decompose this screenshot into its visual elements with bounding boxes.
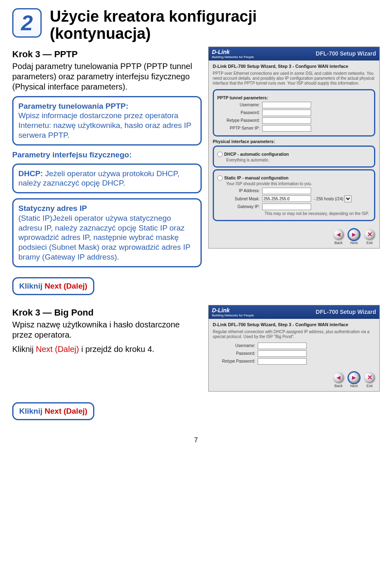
wizard1-static-group: Static IP - manual configuration Your IS… bbox=[213, 169, 375, 221]
wizard1-step-title: D-Link DFL-700 Setup Wizard, Step 3 - Co… bbox=[213, 64, 375, 69]
page-number: 7 bbox=[12, 437, 380, 444]
wizard1-dhcp-group: DHCP - automatic configuration Everythin… bbox=[213, 146, 375, 168]
ip-address-label: IP Address: bbox=[217, 188, 262, 193]
ip-address-input[interactable] bbox=[262, 188, 311, 194]
wizard2-back-button[interactable]: ◄ Back bbox=[332, 372, 345, 388]
gateway-input[interactable] bbox=[262, 204, 311, 210]
username-label-2: Username: bbox=[213, 343, 258, 348]
back-arrow-icon: ◄ bbox=[333, 229, 344, 240]
wizard1-gateway-row: Gateway IP: bbox=[217, 204, 371, 210]
step-number-badge: 2 bbox=[12, 8, 42, 38]
bigpond-line2-pre: Kliknij bbox=[12, 345, 36, 354]
password-label-2: Password: bbox=[213, 351, 258, 356]
callout-pptp-bold: Parametry tunelowania PPTP: bbox=[18, 102, 128, 110]
wizard1-banner: DFL-700 Setup Wizard bbox=[316, 50, 376, 57]
dhcp-radio-label: DHCP - automatic configuration bbox=[224, 152, 289, 157]
wizard1-server-row: PPTP Server IP: bbox=[217, 125, 371, 132]
password-input-2[interactable] bbox=[258, 350, 307, 357]
wizard2-footer: ◄ Back ► Next ✕ Exit bbox=[209, 370, 379, 391]
wizard2-note: Regular ethernet connection with DHCP-as… bbox=[213, 329, 375, 339]
pptp-server-label: PPTP Server IP: bbox=[217, 126, 262, 130]
click-next-red: Next (Dalej) bbox=[45, 282, 87, 290]
static-radio[interactable] bbox=[217, 175, 223, 181]
wizard2-retype-row: Retype Password: bbox=[213, 358, 375, 365]
callout-static-bold: Statyczny adres IP bbox=[18, 204, 87, 213]
title-line2: (kontynuacja) bbox=[50, 25, 151, 42]
next-arrow-icon-2: ► bbox=[349, 372, 359, 383]
pptp-section: Krok 3 — PPTP Podaj parametry tunelowani… bbox=[12, 47, 380, 272]
wizard1-next-button[interactable]: ► Next bbox=[347, 229, 361, 245]
dhcp-radio-line: DHCP - automatic configuration bbox=[217, 152, 371, 157]
callout-dhcp-text: Jeżeli operator używa protokołu DHCP, na… bbox=[18, 169, 180, 188]
pptp-server-input[interactable] bbox=[262, 125, 311, 132]
username-input[interactable] bbox=[262, 102, 311, 108]
exit-label-2: Exit bbox=[366, 384, 372, 388]
dhcp-radio[interactable] bbox=[217, 152, 223, 157]
back-arrow-icon-2: ◄ bbox=[333, 372, 344, 383]
wizard-bigpond-window: D-Link Building Networks for People DFL-… bbox=[208, 305, 380, 397]
page-title: Użycie kreatora konfiguracji (kontynuacj… bbox=[50, 8, 257, 43]
wizard1: D-Link Building Networks for People DFL-… bbox=[208, 47, 380, 249]
step3-bigpond-title: Krok 3 — Big Pond bbox=[12, 307, 202, 318]
retype-password-input[interactable] bbox=[262, 117, 311, 124]
gateway-note: This may or may not be necessary, depend… bbox=[217, 211, 371, 216]
wizard2-password-row: Password: bbox=[213, 350, 375, 357]
static-note: Your ISP should provide this information… bbox=[217, 181, 371, 186]
logo-subtitle: Building Networks for People bbox=[212, 55, 254, 59]
username-input-2[interactable] bbox=[258, 343, 307, 349]
dlink-logo-2: D-Link Building Networks for People bbox=[212, 307, 254, 317]
subnet-after: - 256 hosts (/24) bbox=[314, 197, 343, 201]
wizard2-header: D-Link Building Networks for People DFL-… bbox=[209, 305, 379, 319]
wizard1-body: D-Link DFL-700 Setup Wizard, Step 3 - Co… bbox=[209, 60, 379, 227]
subnet-select[interactable] bbox=[344, 195, 352, 202]
static-radio-line: Static IP - manual configuration bbox=[217, 175, 371, 181]
wizard1-exit-button[interactable]: ✕ Exit bbox=[363, 229, 376, 245]
logo-text-2: D-Link bbox=[212, 307, 230, 314]
retype-password-input-2[interactable] bbox=[258, 358, 307, 365]
wizard1-footer: ◄ Back ► Next ✕ Exit bbox=[209, 227, 379, 248]
bigpond-line2-post: i przejdź do kroku 4. bbox=[79, 345, 154, 354]
wizard1-password-row: Password: bbox=[217, 110, 371, 116]
wizard1-subnet-row: Subnet Mask: - 256 hosts (/24) bbox=[217, 195, 371, 202]
gateway-label: Gateway IP: bbox=[217, 204, 262, 209]
title-line1: Użycie kreatora konfiguracji bbox=[50, 8, 257, 25]
bigpond-line1: Wpisz nazwę użytkownika i hasło dostarcz… bbox=[12, 320, 202, 340]
exit-label: Exit bbox=[366, 241, 372, 245]
wizard-pptp-window: D-Link Building Networks for People DFL-… bbox=[208, 47, 380, 272]
back-label-2: Back bbox=[334, 384, 343, 388]
click-prefix: Kliknij bbox=[19, 282, 45, 290]
wizard1-back-button[interactable]: ◄ Back bbox=[332, 229, 345, 245]
wizard2-exit-button[interactable]: ✕ Exit bbox=[363, 372, 376, 388]
page-header: 2 Użycie kreatora konfiguracji (kontynua… bbox=[12, 8, 380, 43]
wizard1-username-row: Username: bbox=[217, 102, 371, 108]
click-next-pill-1: Kliknij Next (Dalej) bbox=[12, 277, 94, 295]
dlink-logo: D-Link Building Networks for People bbox=[212, 49, 254, 59]
retype-label-2: Retype Password: bbox=[213, 359, 258, 363]
password-input[interactable] bbox=[262, 110, 311, 116]
pptp-left-column: Krok 3 — PPTP Podaj parametry tunelowani… bbox=[12, 47, 202, 272]
bigpond-section: Krok 3 — Big Pond Wpisz nazwę użytkownik… bbox=[12, 305, 380, 397]
logo-text: D-Link bbox=[212, 49, 230, 55]
wizard1-retype-row: Retype Password: bbox=[217, 117, 371, 124]
callout-dhcp: DHCP: Jeżeli operator używa protokołu DH… bbox=[12, 164, 202, 194]
wizard1-note: PPTP over Ethernet connections are used … bbox=[213, 71, 375, 86]
username-label: Username: bbox=[217, 103, 262, 107]
next-label: Next bbox=[350, 241, 358, 245]
password-label: Password: bbox=[217, 110, 262, 115]
phys-interface-label: Parametry interfejsu fizycznego: bbox=[12, 150, 202, 159]
exit-x-icon-2: ✕ bbox=[364, 372, 375, 383]
subnet-input[interactable] bbox=[262, 195, 311, 202]
subnet-label: Subnet Mask: bbox=[217, 197, 262, 201]
wizard2-banner: DFL-700 Setup Wizard bbox=[316, 309, 376, 315]
wizard2-body: D-Link DFL-700 Setup Wizard, Step 3 - Co… bbox=[209, 319, 379, 370]
wizard1-phys-label: Physical interface parameters: bbox=[213, 139, 375, 144]
callout-pptp-text: Wpisz informacje dostarczone przez opera… bbox=[18, 111, 191, 139]
click-next-pill-2: Kliknij Next (Dalej) bbox=[12, 402, 94, 420]
click-prefix-2: Kliknij bbox=[19, 407, 45, 415]
wizard1-header: D-Link Building Networks for People DFL-… bbox=[209, 47, 379, 60]
wizard2-username-row: Username: bbox=[213, 343, 375, 349]
wizard2-next-button[interactable]: ► Next bbox=[347, 372, 361, 388]
wizard1-tunnel-label: PPTP tunnel parameters: bbox=[217, 95, 371, 100]
callout-static-text: (Static IP)Jeżeli operator używa statycz… bbox=[18, 214, 190, 261]
bigpond-line2: Kliknij Next (Dalej) i przejdź do kroku … bbox=[12, 344, 202, 354]
